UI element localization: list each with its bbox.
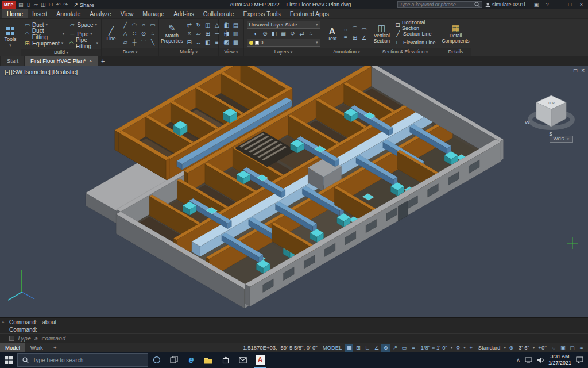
- equipment-button[interactable]: ⊞Equipment▾: [23, 39, 65, 48]
- angle-readout[interactable]: +0°: [536, 344, 549, 351]
- pipe-fitting-button[interactable]: ◠Pipe Fitting▾: [68, 39, 99, 48]
- snap-mode-icon[interactable]: ⊞: [354, 344, 362, 352]
- detail-components-button[interactable]: ▦ Detail Components: [443, 20, 469, 47]
- command-customize-icon[interactable]: [9, 336, 14, 341]
- draw-tools-9-icon[interactable]: ▱: [121, 39, 129, 47]
- open-file-icon[interactable]: ▱: [32, 2, 40, 7]
- layer-tools-2-icon[interactable]: ⊘: [261, 30, 269, 38]
- draw-tools-4-icon[interactable]: ▭: [149, 21, 157, 29]
- modify-tools-3-icon[interactable]: ◫: [204, 21, 212, 29]
- layer-tools-3-icon[interactable]: ◧: [270, 30, 278, 38]
- modify-tools-13-icon[interactable]: ◧: [204, 39, 212, 47]
- layer-tools-4-icon[interactable]: ▦: [280, 30, 288, 38]
- annotation-tools-5-icon[interactable]: ⊞: [351, 34, 359, 42]
- modify-tools-2-icon[interactable]: ↻: [195, 21, 203, 29]
- file-explorer-button[interactable]: [200, 352, 217, 368]
- app-menu-icon[interactable]: ▤: [17, 2, 25, 7]
- compass-west-label[interactable]: W: [525, 120, 530, 125]
- annotation-panel-label[interactable]: Annotation ▾: [323, 48, 370, 56]
- draw-tools-1-icon[interactable]: ╱: [121, 21, 129, 29]
- annotation-tools-6-icon[interactable]: ∠: [360, 34, 368, 42]
- tab-model[interactable]: Model: [0, 343, 25, 352]
- menu-tab-collaborate[interactable]: Collaborate: [199, 9, 239, 18]
- line-button[interactable]: ╱ Line: [103, 20, 119, 47]
- layer-tools-6-icon[interactable]: ⇄: [298, 30, 306, 38]
- search-icon[interactable]: [474, 2, 480, 7]
- isolate-objects-icon[interactable]: ◌: [550, 344, 558, 352]
- vertical-section-button[interactable]: ◫ Vertical Section: [372, 20, 392, 47]
- modify-tools-8-icon[interactable]: ⊞: [204, 30, 212, 38]
- viewport-minimize-icon[interactable]: –: [567, 67, 570, 74]
- share-button[interactable]: ↗ Share: [71, 2, 96, 8]
- signed-in-user[interactable]: simulate.02J1l...: [485, 2, 529, 7]
- annotation-tools-2-icon[interactable]: ⌒: [351, 25, 359, 33]
- menu-tab-insert[interactable]: Insert: [28, 9, 52, 18]
- notifications-icon[interactable]: ▣: [532, 2, 540, 7]
- help-icon[interactable]: ?: [543, 2, 551, 7]
- taskbar-search-input[interactable]: [33, 357, 143, 363]
- viewport-close-icon[interactable]: ×: [581, 67, 585, 74]
- elevation-line-button[interactable]: ∟Elevation Line: [394, 39, 438, 47]
- cortana-button[interactable]: [148, 352, 165, 368]
- view-tools-5-icon[interactable]: ◩: [223, 39, 231, 47]
- viewport-restore-icon[interactable]: □: [574, 67, 577, 74]
- viewport-menu-control[interactable]: [-]: [5, 68, 10, 75]
- view-cube[interactable]: TOP W S: [524, 85, 579, 143]
- new-layout-button[interactable]: +: [48, 343, 62, 352]
- menu-tab-featured-apps[interactable]: Featured Apps: [285, 9, 334, 18]
- clean-screen-icon[interactable]: ▢: [568, 344, 577, 352]
- network-icon[interactable]: [525, 357, 532, 363]
- annotation-tools-1-icon[interactable]: ↔: [342, 25, 350, 33]
- layer-tools-5-icon[interactable]: ↺: [289, 30, 297, 38]
- duct-fitting-button[interactable]: ◠Duct Fitting▾: [23, 29, 65, 39]
- autocad-taskbar-button[interactable]: A: [252, 352, 269, 368]
- menu-tab-manage[interactable]: Manage: [138, 9, 169, 18]
- task-view-button[interactable]: [165, 352, 183, 368]
- object-snap-icon[interactable]: ⊕: [381, 344, 390, 352]
- minimize-button[interactable]: –: [554, 0, 563, 9]
- menu-tab-home[interactable]: Home: [2, 9, 28, 18]
- tab-start[interactable]: Start: [1, 56, 24, 66]
- close-tab-icon[interactable]: ×: [90, 56, 92, 66]
- app-logo-icon[interactable]: MEP: [2, 1, 16, 9]
- section-panel-label[interactable]: Section & Elevation ▾: [370, 48, 440, 56]
- elevation-readout[interactable]: 3'-6": [516, 344, 532, 351]
- section-line-button[interactable]: ╱Section Line: [394, 30, 438, 38]
- taskbar-clock[interactable]: 3:31 AM 1/27/2021: [548, 354, 571, 366]
- tools-button[interactable]: Tools ▾: [0, 19, 21, 56]
- volume-icon[interactable]: [537, 357, 544, 363]
- command-input[interactable]: [17, 335, 588, 342]
- view-tools-2-icon[interactable]: ▤: [232, 21, 240, 29]
- customization-icon[interactable]: ≡: [577, 344, 586, 352]
- modify-tools-7-icon[interactable]: ▱: [195, 30, 203, 38]
- tab-current-drawing[interactable]: First Floor HVAC Plan* ×: [25, 56, 98, 66]
- layer-tools-1-icon[interactable]: ◐: [252, 30, 260, 38]
- maximize-button[interactable]: □: [566, 0, 574, 9]
- annotation-scale-button[interactable]: 1/8" = 1'-0": [418, 344, 449, 351]
- draw-panel-label[interactable]: Draw ▾: [102, 48, 158, 56]
- view-cube-top-label[interactable]: TOP: [548, 101, 555, 105]
- action-center-icon[interactable]: [576, 356, 583, 363]
- modify-tools-1-icon[interactable]: ⇄: [185, 21, 194, 29]
- start-button[interactable]: [0, 352, 17, 368]
- modify-tools-12-icon[interactable]: ↔: [195, 39, 203, 47]
- hidden-icons-button[interactable]: ∧: [516, 357, 520, 363]
- model-viewport[interactable]: [-] [SW Isometric] [Realistic] – □ × TOP…: [0, 66, 588, 317]
- modify-tools-11-icon[interactable]: ⊟: [185, 39, 194, 47]
- view-tools-4-icon[interactable]: ▥: [232, 30, 240, 38]
- details-panel-label[interactable]: Details: [440, 48, 471, 56]
- view-tools-6-icon[interactable]: ▦: [232, 39, 240, 47]
- draw-tools-7-icon[interactable]: ⊙: [140, 30, 148, 38]
- draw-tools-3-icon[interactable]: ○: [140, 21, 148, 29]
- object-snap-tracking-icon[interactable]: ↗: [390, 344, 399, 352]
- model-3d[interactable]: [0, 66, 588, 317]
- modify-panel-label[interactable]: Modify ▾: [159, 48, 218, 56]
- menu-tab-view[interactable]: View: [116, 9, 138, 18]
- draw-tools-8-icon[interactable]: ≈: [149, 30, 157, 38]
- menu-tab-add-ins[interactable]: Add-ins: [169, 9, 199, 18]
- annotation-tools-4-icon[interactable]: ≡: [342, 34, 350, 42]
- draw-tools-10-icon[interactable]: ┼: [130, 39, 138, 47]
- layer-state-dropdown[interactable]: Unsaved Layer State ▾: [247, 21, 320, 29]
- new-file-icon[interactable]: ▯: [25, 2, 32, 7]
- visual-style-control[interactable]: [Realistic]: [52, 68, 78, 75]
